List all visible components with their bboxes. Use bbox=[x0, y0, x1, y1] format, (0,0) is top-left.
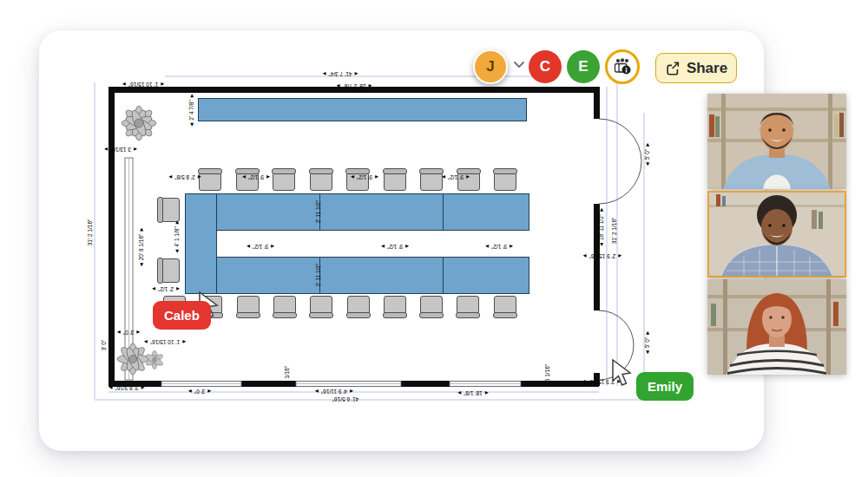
dim-label: ◄ 18' 1/8" ► bbox=[457, 390, 490, 396]
dim-label: ◄ 2' 8 5/8" ► bbox=[168, 174, 202, 180]
dim-label: ◄ 9' 1/2" ► bbox=[350, 174, 379, 180]
avatar-initial: J bbox=[486, 58, 494, 75]
collaborators-icon[interactable] bbox=[605, 49, 640, 84]
chair[interactable] bbox=[310, 296, 332, 315]
dim-label: 31' 2 1/16" bbox=[611, 218, 617, 245]
video-participant-1[interactable] bbox=[707, 94, 846, 189]
avatar-e[interactable]: E bbox=[567, 50, 600, 83]
dim-label: 2' 11 1/2" bbox=[315, 200, 321, 224]
avatar-initial: E bbox=[578, 58, 588, 75]
chair[interactable] bbox=[494, 172, 516, 191]
chair[interactable] bbox=[384, 296, 406, 315]
dim-label: ◄ 2' 9 15/16" ► bbox=[582, 253, 622, 259]
dim-label: ◄ 3' 0" ► bbox=[187, 389, 212, 395]
video-participant-3[interactable] bbox=[707, 279, 846, 375]
dim-label: ◄ 5' 0" ► bbox=[644, 141, 650, 167]
share-button[interactable]: Share bbox=[655, 53, 737, 83]
chair[interactable] bbox=[161, 198, 180, 222]
dim-label: ◄ 20' 8 1/16" ► bbox=[138, 226, 144, 267]
avatar-initial: C bbox=[540, 58, 550, 75]
dim-label: ◄ 9' 1/2" ► bbox=[484, 244, 514, 250]
conference-table-connector[interactable] bbox=[185, 193, 217, 294]
dim-label: ◄ 9' 1/2" ► bbox=[441, 174, 470, 180]
chair[interactable] bbox=[273, 296, 296, 315]
dim-label: 5 1/16" bbox=[284, 366, 290, 383]
share-label: Share bbox=[687, 60, 727, 77]
dim-label: 2' 11 1/2" bbox=[315, 264, 321, 287]
chair[interactable] bbox=[384, 172, 406, 191]
dim-label: 5 1/16" bbox=[544, 364, 550, 382]
chevron-down-icon[interactable] bbox=[513, 61, 525, 69]
chair[interactable] bbox=[457, 296, 479, 315]
dim-label: ◄ 3' 0" ► bbox=[115, 330, 141, 336]
dim-label: ◄ 18' 11 1/2" ► bbox=[598, 207, 604, 248]
dim-label: 31' 2 1/16" bbox=[87, 219, 93, 246]
dim-label: 41' 6 5/16" bbox=[332, 396, 359, 402]
dim-label: ◄ 1' 10 15/16" ► bbox=[143, 339, 187, 345]
chair[interactable] bbox=[161, 258, 180, 283]
participant-1-video bbox=[707, 94, 846, 189]
emily-cursor-icon bbox=[611, 359, 634, 387]
emily-cursor-label: Emily bbox=[636, 372, 694, 401]
dim-label: ◄ 2' 1/2" ► bbox=[151, 286, 181, 292]
chair[interactable] bbox=[310, 172, 332, 191]
app-window: ◄ 41' 7 3/4" ► ◄ 28' 2 7/8" ► ◄ 1' 10 15… bbox=[0, 0, 868, 477]
dim-label: ◄ 4' 9 11/16" ► bbox=[314, 389, 355, 395]
dim-label: 3' 0" bbox=[101, 340, 107, 351]
conference-table-top[interactable] bbox=[185, 193, 529, 231]
caleb-cursor-label: Caleb bbox=[153, 301, 211, 330]
dim-label: ◄ 28' 2 7/8" ► bbox=[335, 83, 373, 89]
avatar-c[interactable]: C bbox=[529, 50, 562, 83]
counter-table[interactable] bbox=[198, 98, 527, 121]
conference-table-bottom[interactable] bbox=[185, 257, 529, 294]
chair[interactable] bbox=[420, 296, 443, 315]
dim-label: ◄ 3 13/16" ► bbox=[103, 147, 138, 153]
avatar-j[interactable]: J bbox=[473, 49, 508, 84]
share-icon bbox=[665, 61, 681, 76]
participant-2-video bbox=[709, 193, 845, 276]
chair[interactable] bbox=[273, 172, 295, 191]
chair[interactable] bbox=[347, 296, 370, 315]
chair[interactable] bbox=[420, 172, 443, 191]
dim-label: ◄ 41' 7 3/4" ► bbox=[321, 71, 359, 77]
dim-label: ◄ 5' 0" ► bbox=[644, 330, 650, 355]
chair[interactable] bbox=[494, 296, 516, 315]
table-seam bbox=[443, 258, 444, 293]
video-participant-2[interactable] bbox=[707, 191, 846, 278]
dim-label: ◄ 9' 1/2" ► bbox=[246, 244, 275, 250]
chair[interactable] bbox=[237, 296, 260, 315]
dim-label: ◄ 9' 1/2" ► bbox=[241, 174, 271, 180]
participant-3-video bbox=[707, 279, 846, 375]
dim-label: ◄ 3' 8 3/16" ► bbox=[108, 385, 146, 391]
dim-label: ◄ 1' 10 15/16" ► bbox=[122, 82, 166, 88]
table-seam bbox=[443, 194, 444, 230]
people-info-icon bbox=[612, 56, 633, 77]
dim-label: ◄ 4' 1 1/8" ► bbox=[174, 219, 180, 254]
double-door-top[interactable] bbox=[599, 119, 641, 204]
window[interactable] bbox=[161, 382, 521, 387]
dim-label: ◄ 2' 4 7/8" ► bbox=[188, 93, 194, 127]
dim-label: ◄ 9' 1/2" ► bbox=[380, 244, 410, 250]
